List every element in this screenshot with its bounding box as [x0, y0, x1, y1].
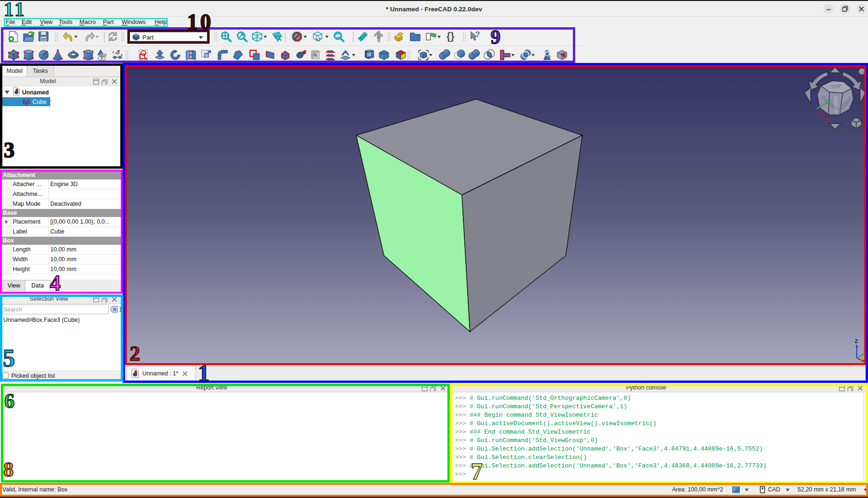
svg-text:?: ? — [475, 30, 480, 39]
svg-text:Y: Y — [864, 348, 866, 353]
svg-text:F: F — [382, 54, 385, 61]
svg-text:Z: Z — [855, 339, 858, 344]
svg-text:{}: {} — [446, 30, 455, 42]
